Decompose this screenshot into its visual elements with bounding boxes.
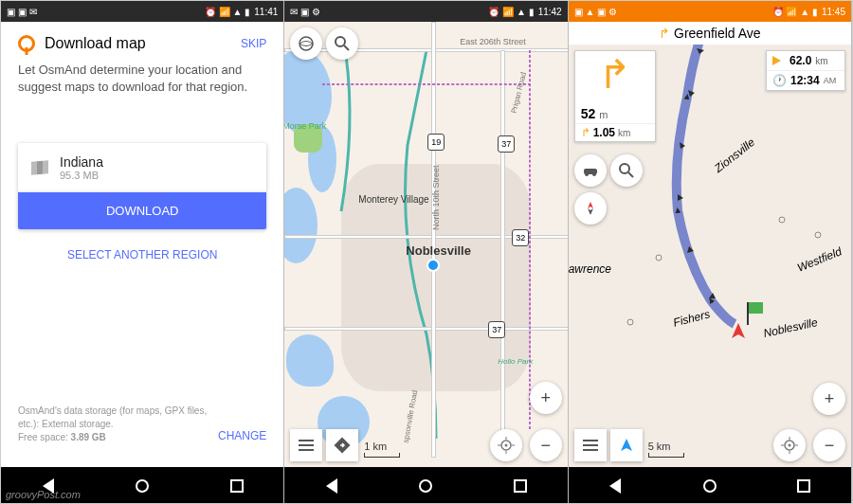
turn-dist-unit: m (599, 109, 608, 120)
free-space-value: 3.89 GB (71, 432, 106, 442)
map-label: Monterey Village (358, 194, 428, 205)
map-label: Hollo Park (498, 357, 533, 366)
svg-point-21 (585, 172, 589, 176)
home-button[interactable] (416, 477, 435, 495)
recents-button[interactable] (794, 477, 813, 495)
route-shield: 37 (498, 135, 515, 153)
map-label: Noblesville (406, 243, 471, 258)
menu-button[interactable] (290, 429, 322, 461)
menu-button[interactable] (574, 429, 607, 461)
page-title: Download map (45, 35, 231, 52)
navigation-arrow-button[interactable] (610, 429, 643, 461)
svg-rect-14 (748, 302, 763, 314)
home-button[interactable] (700, 477, 719, 495)
status-bar: ✉ ▣ ⚙ ⏰ 📶 ▲ ▮ 11:42 (284, 1, 567, 22)
locate-button[interactable] (773, 429, 806, 461)
watermark: groovyPost.com (6, 489, 81, 500)
zoom-in-button[interactable]: + (530, 382, 562, 414)
recents-button[interactable] (227, 477, 246, 495)
osmand-logo-icon (18, 35, 35, 52)
remaining-value: 62.0 (789, 54, 811, 67)
map-icon (31, 161, 48, 176)
svg-point-26 (788, 444, 790, 447)
svg-line-3 (344, 45, 349, 50)
clock-icon: 🕐 (772, 74, 787, 87)
home-button[interactable] (133, 477, 152, 495)
status-bar: ▣ ▲ ▣ ⚙ ⏰ 📶 ▲ ▮ 11:45 (569, 1, 851, 22)
select-region-button[interactable]: SELECT ANOTHER REGION (18, 248, 266, 261)
route-shield: 37 (488, 321, 505, 338)
scale-indicator: 1 km (364, 441, 400, 458)
status-time: 11:42 (538, 7, 562, 17)
map-label: Morse Park (284, 121, 326, 131)
svg-line-24 (628, 172, 633, 177)
change-button[interactable]: CHANGE (218, 428, 266, 444)
status-time: 11:45 (822, 7, 845, 17)
description-text: Let OsmAnd determine your location and s… (18, 62, 266, 96)
search-button[interactable] (610, 154, 643, 187)
scale-indicator: 5 km (648, 441, 684, 458)
zoom-out-button[interactable]: − (813, 429, 845, 461)
eta-ampm: AM (824, 76, 837, 85)
svg-point-22 (592, 172, 596, 176)
locate-button[interactable] (490, 429, 522, 461)
svg-point-5 (504, 444, 507, 447)
svg-point-2 (336, 37, 345, 46)
back-button[interactable] (606, 477, 625, 495)
route-shield: 19 (427, 134, 445, 151)
download-button[interactable]: DOWNLOAD (18, 192, 266, 229)
map-label: East 206th Street (460, 37, 526, 46)
back-button[interactable] (322, 477, 341, 495)
profile-button[interactable] (574, 154, 607, 187)
svg-point-1 (299, 37, 313, 50)
region-size: 95.3 MB (60, 170, 103, 181)
svg-point-16 (815, 232, 821, 238)
turn-instruction-box[interactable]: ↱ 52 m ↱1.05 km (574, 50, 656, 142)
compass-button[interactable] (574, 192, 607, 225)
android-nav-bar (284, 467, 567, 504)
android-nav-bar (569, 467, 851, 504)
trip-info-box[interactable]: 62.0 km 🕐12:34 AM (766, 50, 845, 91)
route-shield: 32 (512, 229, 529, 246)
next-street-title: ↱Greenfield Ave (569, 22, 851, 45)
turn-right-icon: ↱ (575, 51, 655, 104)
status-bar: ▣ ▣ ✉ ⏰ 📶 ▲ ▮ 11:41 (1, 1, 283, 22)
next-turn-value: 1.05 (593, 126, 615, 139)
svg-point-23 (620, 164, 629, 173)
region-name: Indiana (60, 154, 103, 170)
nav-map-canvas[interactable]: Zionsville awrence Fishers Noblesville W… (569, 45, 851, 467)
recents-button[interactable] (511, 477, 530, 495)
turn-dist-value: 52 (581, 106, 596, 121)
free-space-label: Free space: (18, 432, 71, 442)
next-turn-unit: km (618, 128, 630, 138)
eta-value: 12:34 (790, 74, 820, 87)
status-time: 11:41 (254, 7, 278, 17)
skip-button[interactable]: SKIP (241, 37, 266, 50)
svg-point-0 (427, 260, 439, 271)
zoom-out-button[interactable]: − (530, 429, 562, 461)
region-card: Indiana 95.3 MB (18, 143, 266, 192)
directions-button[interactable] (326, 429, 358, 461)
remaining-unit: km (815, 56, 827, 66)
svg-point-18 (656, 255, 662, 261)
svg-point-17 (779, 217, 785, 223)
map-label: awrence (569, 262, 611, 276)
storage-text: OsmAnd's data storage (for maps, GPX fil… (18, 405, 207, 429)
map-canvas[interactable]: 19 37 32 37 East 206th Street Morse Park… (284, 22, 567, 467)
map-label: North 10th Street (431, 165, 441, 230)
svg-point-19 (627, 319, 633, 325)
zoom-in-button[interactable]: + (813, 383, 845, 415)
flag-icon (772, 56, 786, 65)
